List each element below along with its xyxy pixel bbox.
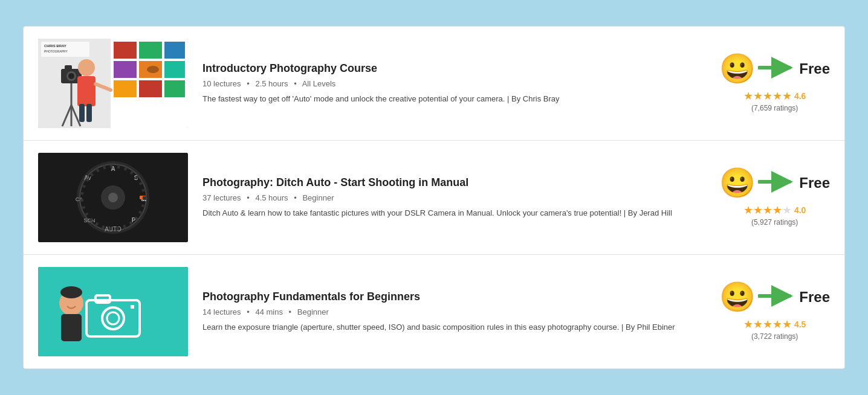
svg-rect-21 bbox=[139, 80, 162, 97]
star-full: ★ bbox=[753, 89, 763, 103]
course-title: Photography: Ditch Auto - Start Shooting… bbox=[202, 176, 705, 190]
svg-point-43 bbox=[108, 193, 118, 202]
ratings-count: (5,927 ratings) bbox=[743, 218, 806, 226]
svg-rect-26 bbox=[79, 104, 85, 122]
level: Beginner bbox=[302, 193, 334, 202]
svg-rect-53 bbox=[131, 305, 134, 309]
star-full: ★ bbox=[772, 89, 782, 103]
svg-point-55 bbox=[60, 286, 82, 298]
courses-list: CHRIS BRAY PHOTOGRAPHY bbox=[23, 26, 845, 369]
duration: 44 mins bbox=[255, 307, 283, 316]
lectures-count: 10 lectures bbox=[202, 79, 241, 88]
rating-block: ★★★★★ 4.0 (5,927 ratings) bbox=[743, 201, 806, 226]
star-full: ★ bbox=[753, 204, 763, 217]
course-author: By Jerad Hill bbox=[628, 208, 672, 217]
course-pricing: 😀 Free ★★★★★ 4.0 (5,927 ratings) bbox=[719, 169, 830, 226]
course-title: Photography Fundamentals for Beginners bbox=[202, 290, 705, 304]
svg-rect-27 bbox=[86, 104, 92, 122]
star-full: ★ bbox=[772, 318, 782, 331]
course-description: Learn the exposure triangle (aperture, s… bbox=[202, 321, 705, 333]
lectures-count: 14 lectures bbox=[202, 307, 241, 316]
smiley-emoji: 😀 bbox=[719, 54, 756, 83]
stars-row: ★★★★★ 4.5 bbox=[743, 318, 806, 331]
course-author: By Phil Ebiner bbox=[626, 323, 675, 332]
rating-block: ★★★★★ 4.5 (3,722 ratings) bbox=[743, 315, 806, 341]
svg-text:AUTO: AUTO bbox=[105, 226, 121, 233]
course-info: Introductory Photography Course 10 lectu… bbox=[202, 62, 705, 105]
rating-block: ★★★★★ 4.6 (7,659 ratings) bbox=[743, 87, 806, 112]
level: Beginner bbox=[297, 307, 329, 316]
rating-score: 4.6 bbox=[794, 91, 806, 101]
price-row: 😀 Free bbox=[719, 54, 830, 83]
star-full: ★ bbox=[753, 318, 763, 331]
free-price-label: Free bbox=[799, 60, 830, 77]
svg-point-24 bbox=[78, 59, 95, 76]
course-author: By Chris Bray bbox=[511, 94, 559, 103]
stars-row: ★★★★★ 4.6 bbox=[743, 89, 806, 103]
course-meta: 14 lectures • 44 mins • Beginner bbox=[202, 307, 705, 316]
svg-rect-17 bbox=[114, 61, 137, 78]
svg-rect-56 bbox=[61, 314, 82, 341]
svg-rect-22 bbox=[164, 80, 185, 97]
smiley-emoji: 😀 bbox=[719, 283, 756, 312]
course-info: Photography: Ditch Auto - Start Shooting… bbox=[202, 176, 705, 219]
arrow-icon bbox=[758, 57, 797, 81]
svg-rect-16 bbox=[164, 42, 185, 59]
free-price-label: Free bbox=[799, 175, 830, 191]
level: All Levels bbox=[302, 79, 336, 88]
rating-score: 4.5 bbox=[794, 320, 806, 329]
star-full: ★ bbox=[763, 204, 772, 217]
svg-rect-15 bbox=[139, 42, 162, 59]
course-meta: 10 lectures • 2.5 hours • All Levels bbox=[202, 79, 705, 88]
duration: 4.5 hours bbox=[255, 193, 288, 202]
star-full: ★ bbox=[763, 89, 772, 103]
lectures-count: 37 lectures bbox=[202, 193, 241, 202]
course-thumbnail: CHRIS BRAY PHOTOGRAPHY bbox=[38, 39, 188, 128]
smiley-emoji: 😀 bbox=[719, 169, 756, 198]
svg-text:PHOTOGRAPHY: PHOTOGRAPHY bbox=[44, 50, 68, 53]
course-thumbnail bbox=[38, 267, 188, 356]
svg-text:CHRIS BRAY: CHRIS BRAY bbox=[44, 44, 66, 48]
svg-point-9 bbox=[68, 73, 74, 79]
course-description: The fastest way to get off 'Auto' mode a… bbox=[202, 93, 705, 105]
price-row: 😀 Free bbox=[719, 169, 830, 198]
course-row-0[interactable]: CHRIS BRAY PHOTOGRAPHY bbox=[24, 27, 844, 141]
course-thumbnail: A S M P AUTO SCN CA Av bbox=[38, 153, 188, 242]
star-full: ★ bbox=[743, 204, 753, 217]
price-row: 😀 Free bbox=[719, 283, 830, 312]
course-row-2[interactable]: Photography Fundamentals for Beginners 1… bbox=[24, 255, 844, 368]
course-description: Ditch Auto & learn how to take fantastic… bbox=[202, 207, 705, 219]
svg-rect-19 bbox=[164, 61, 185, 78]
ratings-count: (3,722 ratings) bbox=[743, 332, 806, 341]
course-pricing: 😀 Free ★★★★★ 4.6 (7,659 ratings) bbox=[719, 54, 830, 112]
free-price-label: Free bbox=[799, 289, 830, 306]
course-info: Photography Fundamentals for Beginners 1… bbox=[202, 290, 705, 333]
svg-rect-20 bbox=[114, 80, 137, 97]
star-full: ★ bbox=[763, 318, 772, 331]
star-full: ★ bbox=[772, 204, 782, 217]
svg-rect-7 bbox=[65, 65, 72, 70]
rating-score: 4.0 bbox=[794, 205, 806, 215]
arrow-icon bbox=[758, 285, 797, 309]
ratings-count: (7,659 ratings) bbox=[743, 104, 806, 112]
arrow-icon bbox=[758, 171, 797, 195]
stars-row: ★★★★★ 4.0 bbox=[743, 204, 806, 217]
star-half: ★ bbox=[782, 318, 792, 331]
svg-rect-25 bbox=[77, 76, 96, 106]
star-full: ★ bbox=[743, 318, 753, 331]
course-row-1[interactable]: A S M P AUTO SCN CA Av Photography: Ditc… bbox=[24, 141, 844, 255]
course-title: Introductory Photography Course bbox=[202, 62, 705, 75]
star-half: ★ bbox=[782, 89, 792, 103]
svg-rect-14 bbox=[114, 42, 137, 59]
svg-point-23 bbox=[147, 66, 159, 73]
duration: 2.5 hours bbox=[255, 79, 288, 88]
course-pricing: 😀 Free ★★★★★ 4.5 (3,722 ratings) bbox=[719, 283, 830, 341]
star-full: ★ bbox=[743, 89, 753, 103]
course-meta: 37 lectures • 4.5 hours • Beginner bbox=[202, 193, 705, 202]
star-empty: ★ bbox=[782, 204, 792, 217]
